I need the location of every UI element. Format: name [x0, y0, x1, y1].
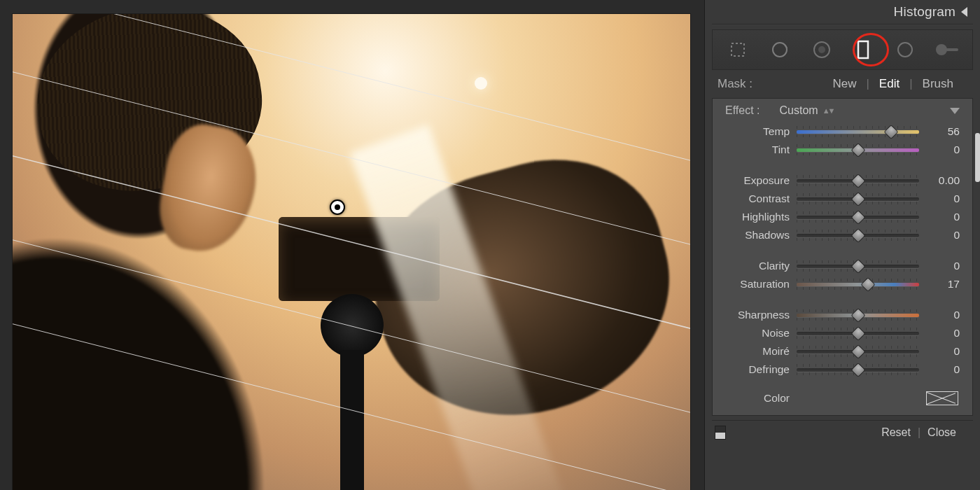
graduated-filter-tool[interactable] — [849, 36, 877, 64]
slider-value-clarity: 0 — [926, 260, 960, 272]
slider-label-noise: Noise — [725, 327, 790, 340]
slider-temp: Temp56 — [725, 122, 960, 141]
slider-label-defringe: Defringe — [725, 363, 790, 376]
slider-clarity: Clarity0 — [725, 257, 960, 275]
slider-saturation: Saturation17 — [725, 275, 960, 293]
slider-value-noise: 0 — [926, 327, 960, 340]
spot-removal-tool[interactable] — [766, 36, 794, 64]
svg-point-10 — [898, 43, 912, 57]
collapse-left-icon[interactable] — [961, 7, 967, 17]
slider-noise: Noise0 — [725, 324, 960, 342]
slider-track-clarity[interactable] — [797, 260, 919, 272]
slider-value-exposure: 0.00 — [926, 174, 960, 187]
svg-rect-5 — [732, 43, 744, 56]
slider-label-saturation: Saturation — [725, 278, 790, 290]
image-canvas[interactable] — [0, 0, 704, 490]
disclosure-icon[interactable] — [950, 108, 960, 114]
slider-label-highlights: Highlights — [725, 211, 790, 223]
slider-track-sharpness[interactable] — [797, 309, 919, 321]
slider-track-highlights[interactable] — [797, 211, 919, 223]
slider-label-sharpness: Sharpness — [725, 309, 790, 321]
close-button[interactable]: Close — [920, 426, 963, 439]
slider-label-exposure: Exposure — [725, 174, 790, 187]
slider-track-saturation[interactable] — [797, 278, 919, 290]
slider-value-saturation: 17 — [926, 278, 960, 290]
reset-button[interactable]: Reset — [874, 426, 918, 439]
slider-label-moire: Moiré — [725, 345, 790, 358]
histogram-title: Histogram — [894, 4, 955, 20]
stepper-icon[interactable]: ▲▼ — [822, 106, 834, 115]
divider — [712, 24, 973, 25]
slider-contrast: Contrast0 — [725, 190, 960, 208]
effect-header: Effect : Custom ▲▼ — [725, 104, 960, 117]
tool-strip — [712, 29, 973, 70]
before-after-toggle[interactable] — [715, 426, 726, 440]
adjustment-brush-tool[interactable] — [933, 36, 961, 64]
slider-track-shadows[interactable] — [797, 229, 919, 241]
slider-value-sharpness: 0 — [926, 309, 960, 321]
histogram-header[interactable]: Histogram — [705, 0, 980, 24]
svg-point-8 — [818, 46, 825, 53]
slider-tint: Tint0 — [725, 141, 960, 159]
slider-track-tint[interactable] — [797, 144, 919, 156]
slider-defringe: Defringe0 — [725, 360, 960, 379]
slider-track-exposure[interactable] — [797, 174, 919, 187]
slider-value-tint: 0 — [926, 144, 960, 156]
mask-brush[interactable]: Brush — [913, 77, 963, 91]
color-label: Color — [725, 392, 790, 405]
slider-shadows: Shadows0 — [725, 226, 960, 244]
svg-rect-12 — [946, 48, 958, 51]
mask-new[interactable]: New — [822, 77, 866, 91]
mask-mode-row: Mask : New | Edit | Brush — [705, 74, 980, 98]
slider-value-defringe: 0 — [926, 363, 960, 376]
photo-preview[interactable] — [13, 14, 690, 490]
slider-label-contrast: Contrast — [725, 192, 790, 205]
slider-value-shadows: 0 — [926, 229, 960, 241]
mask-edit[interactable]: Edit — [869, 77, 909, 91]
slider-value-temp: 56 — [926, 125, 960, 138]
slider-value-moire: 0 — [926, 345, 960, 358]
slider-label-clarity: Clarity — [725, 260, 790, 272]
color-swatch[interactable] — [926, 391, 958, 405]
slider-moire: Moiré0 — [725, 342, 960, 360]
develop-panel: Histogram Mask : New | Edit | Brush — [704, 0, 980, 490]
slider-value-highlights: 0 — [926, 211, 960, 223]
slider-track-temp[interactable] — [797, 125, 919, 138]
slider-value-contrast: 0 — [926, 192, 960, 205]
crop-tool[interactable] — [724, 36, 752, 64]
effect-preset[interactable]: Custom — [780, 104, 818, 117]
slider-label-tint: Tint — [725, 144, 790, 156]
svg-rect-9 — [858, 41, 868, 58]
slider-exposure: Exposure0.00 — [725, 172, 960, 190]
radial-filter-tool[interactable] — [891, 36, 919, 64]
mask-label: Mask : — [718, 77, 752, 91]
svg-point-11 — [936, 44, 947, 55]
redeye-tool[interactable] — [808, 36, 836, 64]
effect-panel: Effect : Custom ▲▼ Temp56Tint0Exposure0.… — [712, 98, 973, 416]
panel-footer: Reset | Close — [712, 420, 973, 444]
color-row: Color — [725, 391, 960, 405]
slider-label-temp: Temp — [725, 125, 790, 138]
slider-sharpness: Sharpness0 — [725, 306, 960, 324]
filter-pin[interactable] — [330, 200, 345, 215]
effect-label: Effect : — [725, 104, 760, 117]
slider-track-contrast[interactable] — [797, 192, 919, 205]
slider-label-shadows: Shadows — [725, 229, 790, 241]
slider-highlights: Highlights0 — [725, 208, 960, 226]
slider-track-defringe[interactable] — [797, 363, 919, 376]
slider-track-noise[interactable] — [797, 327, 919, 340]
slider-track-moire[interactable] — [797, 345, 919, 358]
